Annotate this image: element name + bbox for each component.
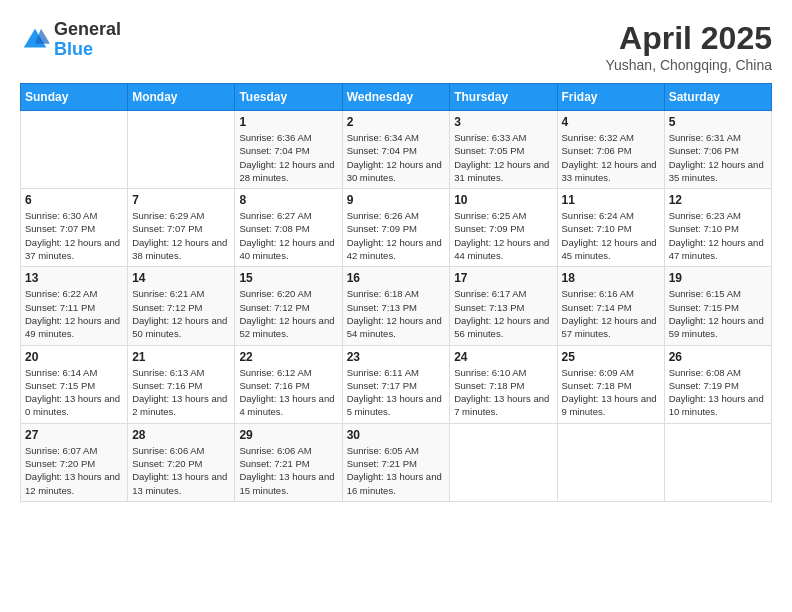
calendar-week-1: 1Sunrise: 6:36 AMSunset: 7:04 PMDaylight… (21, 111, 772, 189)
month-title: April 2025 (605, 20, 772, 57)
calendar-cell: 1Sunrise: 6:36 AMSunset: 7:04 PMDaylight… (235, 111, 342, 189)
day-info: Sunrise: 6:12 AMSunset: 7:16 PMDaylight:… (239, 366, 337, 419)
logo-icon (20, 25, 50, 55)
day-info: Sunrise: 6:23 AMSunset: 7:10 PMDaylight:… (669, 209, 767, 262)
calendar-week-5: 27Sunrise: 6:07 AMSunset: 7:20 PMDayligh… (21, 423, 772, 501)
day-number: 26 (669, 350, 767, 364)
calendar-cell: 7Sunrise: 6:29 AMSunset: 7:07 PMDaylight… (128, 189, 235, 267)
day-number: 18 (562, 271, 660, 285)
logo-blue: Blue (54, 39, 93, 59)
calendar-cell: 3Sunrise: 6:33 AMSunset: 7:05 PMDaylight… (450, 111, 557, 189)
day-number: 8 (239, 193, 337, 207)
day-info: Sunrise: 6:27 AMSunset: 7:08 PMDaylight:… (239, 209, 337, 262)
calendar-cell: 11Sunrise: 6:24 AMSunset: 7:10 PMDayligh… (557, 189, 664, 267)
day-number: 14 (132, 271, 230, 285)
day-info: Sunrise: 6:33 AMSunset: 7:05 PMDaylight:… (454, 131, 552, 184)
logo: General Blue (20, 20, 121, 60)
day-number: 5 (669, 115, 767, 129)
calendar-cell: 21Sunrise: 6:13 AMSunset: 7:16 PMDayligh… (128, 345, 235, 423)
day-info: Sunrise: 6:09 AMSunset: 7:18 PMDaylight:… (562, 366, 660, 419)
day-number: 16 (347, 271, 446, 285)
calendar-cell: 10Sunrise: 6:25 AMSunset: 7:09 PMDayligh… (450, 189, 557, 267)
col-sunday: Sunday (21, 84, 128, 111)
calendar-week-3: 13Sunrise: 6:22 AMSunset: 7:11 PMDayligh… (21, 267, 772, 345)
day-number: 10 (454, 193, 552, 207)
day-info: Sunrise: 6:10 AMSunset: 7:18 PMDaylight:… (454, 366, 552, 419)
day-number: 11 (562, 193, 660, 207)
day-info: Sunrise: 6:18 AMSunset: 7:13 PMDaylight:… (347, 287, 446, 340)
calendar-cell: 27Sunrise: 6:07 AMSunset: 7:20 PMDayligh… (21, 423, 128, 501)
calendar-cell: 13Sunrise: 6:22 AMSunset: 7:11 PMDayligh… (21, 267, 128, 345)
day-info: Sunrise: 6:17 AMSunset: 7:13 PMDaylight:… (454, 287, 552, 340)
day-number: 4 (562, 115, 660, 129)
col-monday: Monday (128, 84, 235, 111)
calendar-cell (21, 111, 128, 189)
header-row: Sunday Monday Tuesday Wednesday Thursday… (21, 84, 772, 111)
day-number: 27 (25, 428, 123, 442)
day-number: 28 (132, 428, 230, 442)
day-info: Sunrise: 6:05 AMSunset: 7:21 PMDaylight:… (347, 444, 446, 497)
day-info: Sunrise: 6:06 AMSunset: 7:21 PMDaylight:… (239, 444, 337, 497)
day-info: Sunrise: 6:36 AMSunset: 7:04 PMDaylight:… (239, 131, 337, 184)
day-number: 9 (347, 193, 446, 207)
calendar-week-2: 6Sunrise: 6:30 AMSunset: 7:07 PMDaylight… (21, 189, 772, 267)
day-info: Sunrise: 6:24 AMSunset: 7:10 PMDaylight:… (562, 209, 660, 262)
day-number: 19 (669, 271, 767, 285)
page-header: General Blue April 2025 Yushan, Chongqin… (20, 20, 772, 73)
day-info: Sunrise: 6:14 AMSunset: 7:15 PMDaylight:… (25, 366, 123, 419)
location: Yushan, Chongqing, China (605, 57, 772, 73)
day-number: 7 (132, 193, 230, 207)
calendar-cell: 14Sunrise: 6:21 AMSunset: 7:12 PMDayligh… (128, 267, 235, 345)
day-number: 22 (239, 350, 337, 364)
day-number: 29 (239, 428, 337, 442)
day-number: 25 (562, 350, 660, 364)
calendar-cell: 6Sunrise: 6:30 AMSunset: 7:07 PMDaylight… (21, 189, 128, 267)
calendar-header: Sunday Monday Tuesday Wednesday Thursday… (21, 84, 772, 111)
calendar-cell: 28Sunrise: 6:06 AMSunset: 7:20 PMDayligh… (128, 423, 235, 501)
day-info: Sunrise: 6:34 AMSunset: 7:04 PMDaylight:… (347, 131, 446, 184)
calendar-cell: 20Sunrise: 6:14 AMSunset: 7:15 PMDayligh… (21, 345, 128, 423)
day-info: Sunrise: 6:08 AMSunset: 7:19 PMDaylight:… (669, 366, 767, 419)
day-info: Sunrise: 6:13 AMSunset: 7:16 PMDaylight:… (132, 366, 230, 419)
day-number: 30 (347, 428, 446, 442)
calendar-cell: 9Sunrise: 6:26 AMSunset: 7:09 PMDaylight… (342, 189, 450, 267)
day-number: 15 (239, 271, 337, 285)
title-section: April 2025 Yushan, Chongqing, China (605, 20, 772, 73)
calendar-cell: 30Sunrise: 6:05 AMSunset: 7:21 PMDayligh… (342, 423, 450, 501)
day-info: Sunrise: 6:15 AMSunset: 7:15 PMDaylight:… (669, 287, 767, 340)
day-info: Sunrise: 6:31 AMSunset: 7:06 PMDaylight:… (669, 131, 767, 184)
calendar-cell: 22Sunrise: 6:12 AMSunset: 7:16 PMDayligh… (235, 345, 342, 423)
calendar-cell (128, 111, 235, 189)
calendar-cell: 25Sunrise: 6:09 AMSunset: 7:18 PMDayligh… (557, 345, 664, 423)
calendar-cell: 5Sunrise: 6:31 AMSunset: 7:06 PMDaylight… (664, 111, 771, 189)
calendar-cell: 26Sunrise: 6:08 AMSunset: 7:19 PMDayligh… (664, 345, 771, 423)
day-info: Sunrise: 6:32 AMSunset: 7:06 PMDaylight:… (562, 131, 660, 184)
day-number: 17 (454, 271, 552, 285)
calendar-cell (450, 423, 557, 501)
col-thursday: Thursday (450, 84, 557, 111)
day-info: Sunrise: 6:29 AMSunset: 7:07 PMDaylight:… (132, 209, 230, 262)
calendar-cell: 12Sunrise: 6:23 AMSunset: 7:10 PMDayligh… (664, 189, 771, 267)
col-tuesday: Tuesday (235, 84, 342, 111)
calendar-cell: 2Sunrise: 6:34 AMSunset: 7:04 PMDaylight… (342, 111, 450, 189)
calendar-table: Sunday Monday Tuesday Wednesday Thursday… (20, 83, 772, 502)
col-wednesday: Wednesday (342, 84, 450, 111)
day-info: Sunrise: 6:21 AMSunset: 7:12 PMDaylight:… (132, 287, 230, 340)
day-number: 21 (132, 350, 230, 364)
calendar-week-4: 20Sunrise: 6:14 AMSunset: 7:15 PMDayligh… (21, 345, 772, 423)
day-number: 24 (454, 350, 552, 364)
calendar-cell: 16Sunrise: 6:18 AMSunset: 7:13 PMDayligh… (342, 267, 450, 345)
calendar-cell (557, 423, 664, 501)
calendar-body: 1Sunrise: 6:36 AMSunset: 7:04 PMDaylight… (21, 111, 772, 502)
calendar-cell: 15Sunrise: 6:20 AMSunset: 7:12 PMDayligh… (235, 267, 342, 345)
day-number: 20 (25, 350, 123, 364)
day-info: Sunrise: 6:26 AMSunset: 7:09 PMDaylight:… (347, 209, 446, 262)
col-friday: Friday (557, 84, 664, 111)
day-info: Sunrise: 6:25 AMSunset: 7:09 PMDaylight:… (454, 209, 552, 262)
calendar-cell: 17Sunrise: 6:17 AMSunset: 7:13 PMDayligh… (450, 267, 557, 345)
day-info: Sunrise: 6:16 AMSunset: 7:14 PMDaylight:… (562, 287, 660, 340)
day-number: 13 (25, 271, 123, 285)
day-info: Sunrise: 6:20 AMSunset: 7:12 PMDaylight:… (239, 287, 337, 340)
day-info: Sunrise: 6:07 AMSunset: 7:20 PMDaylight:… (25, 444, 123, 497)
calendar-cell: 29Sunrise: 6:06 AMSunset: 7:21 PMDayligh… (235, 423, 342, 501)
